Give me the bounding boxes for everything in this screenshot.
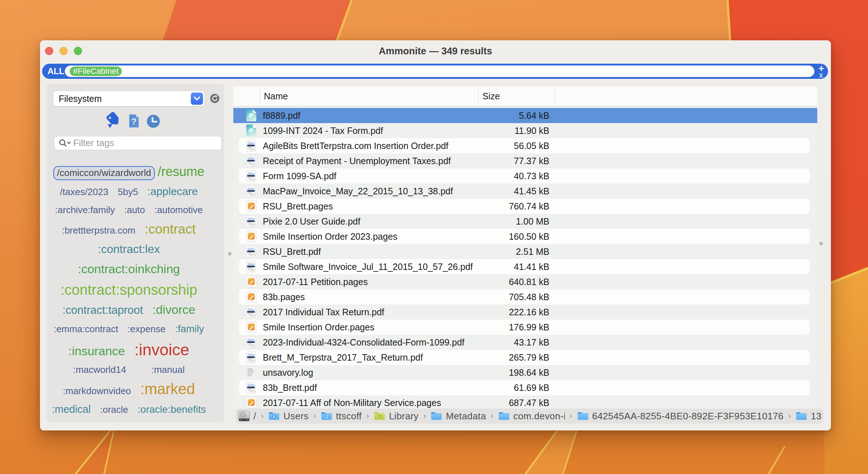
svg-text:?: ? xyxy=(131,117,137,126)
